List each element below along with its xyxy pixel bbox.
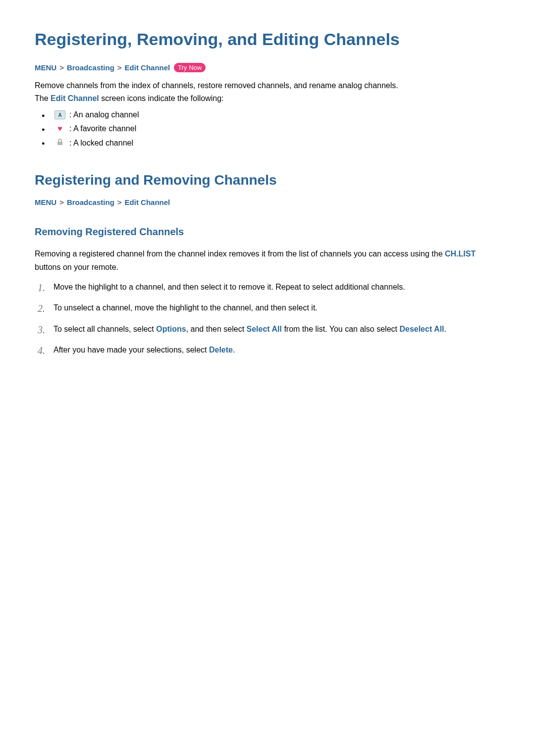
- subsection-intro-prefix: Removing a registered channel from the c…: [35, 250, 445, 258]
- chevron-right-icon: >: [117, 198, 122, 206]
- step-text: To unselect a channel, move the highligh…: [54, 303, 318, 312]
- subsection-intro-suffix: buttons on your remote.: [35, 263, 118, 271]
- analog-desc: : An analog channel: [69, 110, 139, 119]
- intro-paragraph: Remove channels from the index of channe…: [35, 79, 500, 104]
- intro-line2-bold: Edit Channel: [51, 94, 99, 102]
- breadcrumb-edit-channel: Edit Channel: [125, 63, 170, 72]
- subsection-title: Removing Registered Channels: [35, 226, 500, 238]
- step-text: Move the highlight to a channel, and the…: [54, 283, 405, 291]
- chevron-right-icon: >: [59, 63, 64, 72]
- step-text-a: To select all channels, select: [54, 325, 156, 333]
- intro-line2-prefix: The: [35, 94, 51, 102]
- step-text-g: .: [444, 325, 446, 333]
- chevron-right-icon: >: [117, 63, 122, 72]
- steps-list: Move the highlight to a channel, and the…: [35, 281, 500, 357]
- step-highlight-delete: Delete: [209, 346, 233, 354]
- subsection-intro-bold: CH.LIST: [445, 250, 476, 258]
- breadcrumb: MENU > Broadcasting > Edit Channel: [35, 198, 500, 206]
- subsection-intro: Removing a registered channel from the c…: [35, 248, 500, 274]
- breadcrumb-broadcasting: Broadcasting: [67, 63, 114, 72]
- try-now-badge[interactable]: Try Now: [174, 63, 206, 72]
- step-item: After you have made your selections, sel…: [54, 344, 500, 356]
- list-item: ♥ : A favorite channel: [54, 124, 500, 133]
- step-text-e: from the list. You can also select: [282, 325, 399, 333]
- list-item: : A locked channel: [54, 138, 500, 148]
- page-title: Registering, Removing, and Editing Chann…: [35, 30, 500, 49]
- locked-desc: : A locked channel: [69, 139, 133, 148]
- favorite-desc: : A favorite channel: [69, 124, 136, 133]
- step-text-c: , and then select: [186, 325, 247, 333]
- breadcrumb-broadcasting: Broadcasting: [67, 198, 114, 206]
- step-highlight-deselect-all: Deselect All: [399, 325, 444, 333]
- breadcrumb-edit-channel: Edit Channel: [125, 198, 170, 206]
- step-highlight-options: Options: [156, 325, 186, 333]
- section-title: Registering and Removing Channels: [35, 172, 500, 188]
- breadcrumb: MENU > Broadcasting > Edit Channel Try N…: [35, 63, 500, 72]
- breadcrumb-menu: MENU: [35, 63, 56, 72]
- step-item: To select all channels, select Options, …: [54, 323, 500, 336]
- step-text-a: After you have made your selections, sel…: [54, 346, 209, 354]
- breadcrumb-menu: MENU: [35, 198, 56, 206]
- icon-legend-list: A : An analog channel ♥ : A favorite cha…: [35, 110, 500, 148]
- analog-icon: A: [54, 110, 65, 119]
- intro-line1: Remove channels from the index of channe…: [35, 81, 398, 90]
- step-item: To unselect a channel, move the highligh…: [54, 302, 500, 314]
- step-highlight-select-all: Select All: [247, 325, 282, 333]
- step-item: Move the highlight to a channel, and the…: [54, 281, 500, 294]
- step-text-c: .: [233, 346, 235, 354]
- lock-icon: [54, 138, 65, 148]
- heart-icon: ♥: [54, 124, 65, 133]
- list-item: A : An analog channel: [54, 110, 500, 119]
- intro-line2-suffix: screen icons indicate the following:: [99, 94, 224, 102]
- chevron-right-icon: >: [59, 198, 64, 206]
